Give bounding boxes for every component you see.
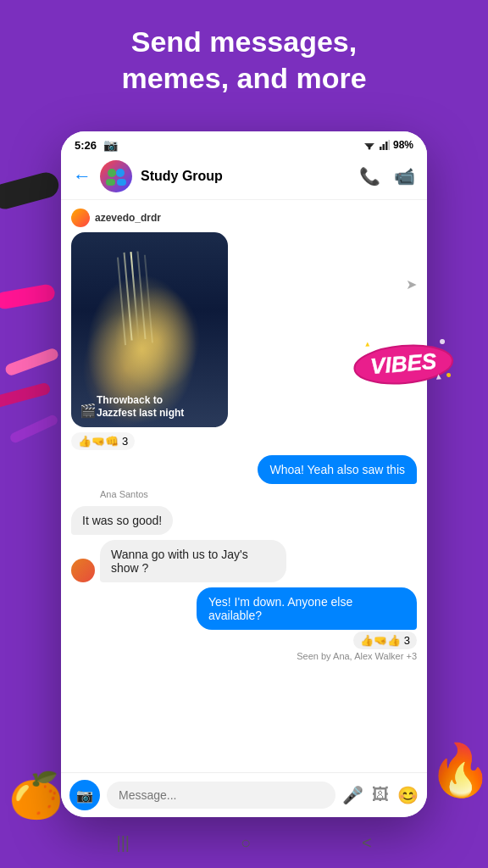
camera-btn-icon: 📷: [76, 787, 93, 804]
video-caption: Throwback toJazzfest last night: [97, 394, 221, 420]
reaction-emoji: 👍🤜👊: [78, 435, 119, 448]
deco-squiggle-top: [0, 170, 62, 212]
deco-strip-1: [4, 347, 60, 376]
ana-avatar: [71, 559, 95, 582]
status-left: 5:26 📷: [75, 138, 118, 152]
back-button[interactable]: ←: [73, 165, 92, 187]
video-thumbnail[interactable]: 🎬 Throwback toJazzfest last night: [71, 232, 228, 427]
chat-header: ← Study Group 📞 📹: [61, 155, 427, 200]
sticker-icon[interactable]: 😊: [397, 785, 419, 805]
fire-sticker: 🔥: [429, 740, 488, 800]
svg-point-9: [368, 147, 370, 150]
signal-icon: [380, 140, 390, 150]
deco-stripe-mid: [0, 283, 56, 310]
deco-strip-2: [0, 382, 52, 410]
call-icon[interactable]: 📞: [359, 166, 380, 186]
video-reactions[interactable]: 👍🤜👊 3: [71, 432, 135, 450]
sent-message-yes: Yes! I'm down. Anyone else available? 👍🤜…: [71, 587, 417, 661]
message-input[interactable]: [107, 782, 336, 809]
battery-percent: 98%: [393, 139, 413, 151]
sent-message-whoa: Whoa! Yeah also saw this: [71, 455, 417, 484]
received-row-wanna: Wanna go with us to Jay's show ?: [71, 540, 417, 582]
nav-bar: ||| ○ <: [61, 826, 427, 860]
video-play-icon: 🎬: [80, 403, 97, 419]
nav-back[interactable]: <: [362, 833, 372, 853]
mic-icon[interactable]: 🎤: [342, 785, 363, 805]
video-sender-row: azevedo_drdr: [71, 209, 228, 227]
svg-point-2: [360, 348, 368, 355]
svg-point-15: [116, 169, 125, 177]
vibes-sticker: VIBES: [350, 331, 456, 393]
deco-strip-3: [8, 414, 58, 444]
bubble-whoa: Whoa! Yeah also saw this: [258, 455, 417, 484]
video-sender-avatar: [71, 209, 90, 227]
seen-text: Seen by Ana, Alex Walker +3: [297, 651, 417, 661]
svg-marker-5: [365, 342, 369, 346]
received-row-good: It was so good!: [71, 506, 417, 535]
bubble-wanna: Wanna go with us to Jay's show ?: [100, 540, 286, 582]
nav-home[interactable]: ○: [241, 833, 251, 853]
input-bar: 📷 🎤 🖼 😊: [61, 772, 427, 817]
svg-rect-12: [385, 142, 388, 150]
nav-recent-apps[interactable]: |||: [116, 833, 130, 853]
svg-rect-10: [380, 147, 382, 150]
forward-icon[interactable]: ➤: [406, 277, 417, 292]
camera-icon: 📷: [103, 138, 118, 152]
input-icons: 🎤 🖼 😊: [342, 785, 419, 805]
tagline-line2: memes, and more: [121, 62, 366, 94]
svg-rect-13: [388, 140, 390, 150]
tagline: Send messages, memes, and more: [0, 24, 488, 96]
status-bar: 5:26 📷 98%: [61, 131, 427, 155]
svg-point-4: [446, 373, 451, 377]
video-message-row: azevedo_drdr 🎬 Throwback toJazzfest last…: [71, 209, 417, 450]
image-icon[interactable]: 🖼: [372, 785, 389, 805]
chat-body: azevedo_drdr 🎬 Throwback toJazzfest last…: [61, 200, 427, 772]
phone-frame: 5:26 📷 98% ←: [61, 131, 427, 817]
sent-reaction-count: 3: [404, 634, 410, 647]
tagline-line1: Send messages,: [131, 25, 357, 58]
header-actions: 📞 📹: [359, 166, 415, 186]
svg-rect-16: [106, 179, 115, 186]
reaction-count: 3: [122, 435, 128, 448]
svg-rect-17: [117, 179, 126, 186]
video-sender-name: azevedo_drdr: [95, 212, 161, 224]
video-message: azevedo_drdr 🎬 Throwback toJazzfest last…: [71, 209, 228, 450]
bottom-sticker: 🍊: [8, 770, 64, 821]
bubble-yes: Yes! I'm down. Anyone else available?: [197, 587, 417, 630]
video-call-icon[interactable]: 📹: [394, 166, 415, 186]
group-name: Study Group: [141, 169, 351, 184]
bubble-good: It was so good!: [71, 506, 173, 535]
svg-rect-11: [382, 144, 385, 150]
svg-point-3: [440, 339, 446, 345]
sent-reaction-emoji: 👍🤜👍: [360, 634, 401, 647]
sender-name-ana: Ana Santos: [100, 489, 417, 499]
sent-reactions[interactable]: 👍🤜👍 3: [353, 632, 417, 649]
camera-button[interactable]: 📷: [69, 780, 100, 810]
status-right: 98%: [363, 139, 413, 151]
wifi-icon: [363, 140, 376, 150]
svg-point-14: [108, 169, 116, 177]
group-avatar: [100, 160, 132, 192]
status-time: 5:26: [75, 139, 97, 152]
